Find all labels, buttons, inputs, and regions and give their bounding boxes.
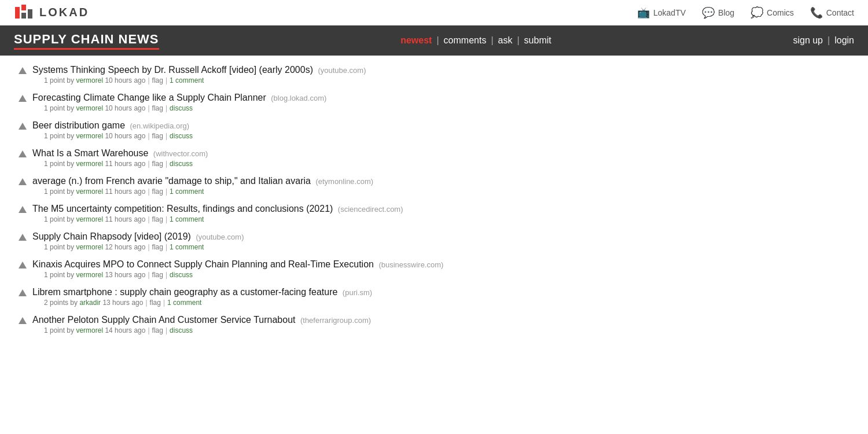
news-title-row: The M5 uncertainty competition: Results,… [19,204,792,214]
news-meta: 1 point by vermorel 11 hours ago|flag|1 … [19,215,792,223]
news-meta: 1 point by vermorel 11 hours ago|flag|di… [19,160,792,168]
nav-lokadtv[interactable]: 📺 LokadTV [637,6,686,19]
news-meta: 2 points by arkadir 13 hours ago|flag|1 … [19,299,792,307]
news-domain: (en.wikipedia.org) [130,122,190,130]
comments-link[interactable]: discuss [170,160,193,168]
tv-icon: 📺 [637,6,650,19]
user-link[interactable]: vermorel [76,243,103,251]
nav-links: 📺 LokadTV 💬 Blog 💭 Comics 📞 Contact [637,6,854,19]
news-title-link[interactable]: The M5 uncertainty competition: Results,… [32,204,403,214]
upvote-button[interactable] [19,95,27,102]
news-item-5: average (n.) from French avarie "damage … [19,176,792,201]
news-title-link[interactable]: Systems Thinking Speech by Dr. Russell A… [32,65,366,75]
news-item-2: Forecasting Climate Change like a Supply… [19,93,792,118]
news-title-row: Kinaxis Acquires MPO to Connect Supply C… [19,259,792,270]
top-nav: LOKAD 📺 LokadTV 💬 Blog 💭 Comics 📞 Contac… [0,0,868,25]
user-link[interactable]: vermorel [76,326,103,334]
news-title-link[interactable]: Another Peloton Supply Chain And Custome… [32,315,371,325]
logo-area: LOKAD [14,2,89,23]
comments-link[interactable]: 1 comment [170,187,204,196]
news-domain: (youtube.com) [196,233,244,241]
user-link[interactable]: vermorel [76,215,103,223]
auth-links: sign up | login [793,35,854,46]
user-link[interactable]: vermorel [76,160,103,168]
signup-link[interactable]: sign up [793,35,823,46]
nav-comics[interactable]: 💭 Comics [751,6,794,19]
svg-rect-1 [21,5,26,10]
subnav-submit[interactable]: submit [524,35,551,46]
sep3: | [517,35,519,46]
news-title-row: Another Peloton Supply Chain And Custome… [19,315,792,325]
logo-text: LOKAD [39,6,89,19]
upvote-button[interactable] [19,262,27,269]
news-item-8: Kinaxis Acquires MPO to Connect Supply C… [19,259,792,285]
news-domain: (theferrarigroup.com) [300,316,371,325]
news-title-link[interactable]: Forecasting Climate Change like a Supply… [32,93,326,103]
news-meta: 1 point by vermorel 10 hours ago|flag|di… [19,104,792,112]
news-domain: (youtube.com) [318,66,366,75]
news-item-6: The M5 uncertainty competition: Results,… [19,204,792,229]
subnav-ask[interactable]: ask [498,35,513,46]
nav-blog[interactable]: 💬 Blog [702,6,734,19]
news-title-row: What Is a Smart Warehouse (withvector.co… [19,148,792,159]
upvote-button[interactable] [19,178,27,185]
news-domain: (withvector.com) [153,149,208,158]
comments-link[interactable]: 1 comment [170,76,204,84]
news-title-link[interactable]: Beer distribution game (en.wikipedia.org… [32,120,189,131]
sub-nav: newest | comments | ask | submit [400,35,551,46]
news-title-row: average (n.) from French avarie "damage … [19,176,792,186]
sep1: | [436,35,439,46]
comments-link[interactable]: 1 comment [167,299,201,307]
news-item-4: What Is a Smart Warehouse (withvector.co… [19,148,792,174]
news-item-1: Systems Thinking Speech by Dr. Russell A… [19,65,792,90]
news-domain: (sciencedirect.com) [338,205,403,214]
news-title-link[interactable]: Kinaxis Acquires MPO to Connect Supply C… [32,259,443,270]
upvote-button[interactable] [19,150,27,157]
subnav-comments[interactable]: comments [444,35,487,46]
news-meta: 1 point by vermorel 14 hours ago|flag|di… [19,326,792,334]
svg-rect-2 [21,13,26,19]
comments-link[interactable]: discuss [170,271,193,279]
user-link[interactable]: vermorel [76,76,103,84]
nav-comics-label: Comics [767,8,794,17]
login-link[interactable]: login [834,35,854,46]
news-title-row: Supply Chain Rhapsody [video] (2019) (yo… [19,231,792,242]
comments-link[interactable]: discuss [170,104,193,112]
contact-icon: 📞 [810,6,823,19]
user-link[interactable]: vermorel [76,132,103,140]
comics-icon: 💭 [751,6,763,19]
upvote-button[interactable] [19,67,27,74]
subnav-newest[interactable]: newest [400,35,432,46]
news-title-row: Librem smartphone : supply chain geograp… [19,287,792,297]
upvote-button[interactable] [19,289,27,296]
news-title-link[interactable]: average (n.) from French avarie "damage … [32,176,373,186]
sep2: | [491,35,493,46]
news-meta: 1 point by vermorel 11 hours ago|flag|1 … [19,187,792,196]
news-item-10: Another Peloton Supply Chain And Custome… [19,315,792,340]
upvote-button[interactable] [19,234,27,241]
comments-link[interactable]: 1 comment [170,243,204,251]
news-list: Systems Thinking Speech by Dr. Russell A… [0,56,810,352]
user-link[interactable]: vermorel [76,104,103,112]
user-link[interactable]: vermorel [76,187,103,196]
comments-link[interactable]: discuss [170,132,193,140]
site-title: SUPPLY CHAIN NEWS [14,32,159,50]
nav-contact-label: Contact [826,8,854,17]
news-title-link[interactable]: What Is a Smart Warehouse (withvector.co… [32,148,208,159]
news-title-link[interactable]: Supply Chain Rhapsody [video] (2019) (yo… [32,231,244,242]
news-title-row: Systems Thinking Speech by Dr. Russell A… [19,65,792,75]
comments-link[interactable]: discuss [170,326,193,334]
auth-sep: | [827,35,830,46]
user-link[interactable]: arkadir [79,299,101,307]
nav-contact[interactable]: 📞 Contact [810,6,854,19]
user-link[interactable]: vermorel [76,271,103,279]
upvote-button[interactable] [19,317,27,324]
upvote-button[interactable] [19,206,27,213]
news-domain: (businesswire.com) [378,260,443,269]
upvote-button[interactable] [19,123,27,130]
svg-rect-0 [15,7,20,19]
comments-link[interactable]: 1 comment [170,215,204,223]
news-domain: (blog.lokad.com) [271,94,326,102]
news-title-link[interactable]: Librem smartphone : supply chain geograp… [32,287,372,297]
blog-icon: 💬 [702,6,715,19]
